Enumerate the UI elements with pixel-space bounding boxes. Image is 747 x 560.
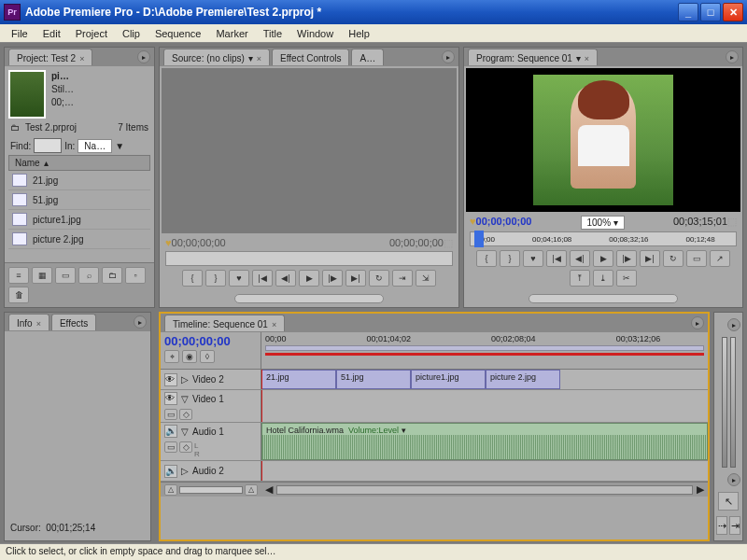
keyframe-button[interactable]: ◇ (179, 409, 192, 420)
automate-button[interactable]: ▭ (55, 267, 76, 284)
set-in-button[interactable]: { (182, 270, 203, 287)
step-back-button[interactable]: ◀| (570, 250, 590, 267)
jog-shuttle[interactable] (234, 294, 384, 303)
source-viewport[interactable] (162, 68, 457, 233)
icon-view-button[interactable]: ▦ (32, 267, 52, 284)
close-icon[interactable]: × (257, 54, 261, 63)
marker-button[interactable]: ♥ (229, 270, 249, 287)
close-icon[interactable]: × (36, 319, 41, 329)
effects-tab[interactable]: Effects (51, 314, 96, 330)
safe-margins-button[interactable]: ▭ (686, 250, 707, 267)
panel-menu-button[interactable]: ▸ (442, 50, 455, 63)
close-icon[interactable]: × (79, 54, 84, 63)
list-item[interactable]: 51.jpg (8, 190, 150, 210)
program-tab[interactable]: Program: Sequence 01 ▾ × (468, 49, 598, 65)
scroll-left-button[interactable]: ◀ (265, 483, 273, 496)
selection-tool[interactable]: ↖ (718, 492, 739, 511)
menu-edit[interactable]: Edit (35, 26, 68, 41)
list-item[interactable]: 21.jpg (8, 171, 150, 190)
step-back-button[interactable]: ◀| (275, 270, 296, 287)
menu-project[interactable]: Project (68, 26, 115, 41)
out-icon[interactable]: ⬚ (727, 216, 737, 230)
set-in-button[interactable]: { (476, 250, 497, 267)
goto-in-button[interactable]: |◀ (546, 250, 567, 267)
track-display-button[interactable]: ▭ (164, 409, 177, 420)
info-tab[interactable]: Info× (8, 314, 49, 330)
menu-clip[interactable]: Clip (115, 26, 148, 41)
goto-out-button[interactable]: ▶| (640, 250, 660, 267)
playhead[interactable] (261, 390, 262, 422)
column-header-name[interactable]: Name▴ (8, 155, 150, 171)
track-label[interactable]: Audio 1 (192, 427, 224, 437)
panel-menu-button[interactable]: ▸ (727, 473, 740, 486)
collapse-icon[interactable]: ▽ (181, 394, 189, 404)
eye-icon[interactable]: 👁 (164, 373, 177, 386)
panel-menu-button[interactable]: ▸ (727, 318, 740, 331)
new-item-button[interactable]: ▫ (125, 267, 146, 284)
timeline-tab[interactable]: Timeline: Sequence 01× (164, 315, 285, 331)
list-item[interactable]: picture 2.jpg (8, 230, 150, 249)
step-fwd-button[interactable]: |▶ (322, 270, 343, 287)
menu-file[interactable]: File (4, 26, 35, 41)
playhead[interactable] (261, 370, 262, 389)
playhead[interactable] (261, 461, 262, 481)
step-fwd-button[interactable]: |▶ (616, 250, 637, 267)
menu-marker[interactable]: Marker (208, 26, 255, 41)
close-icon[interactable]: × (272, 320, 276, 329)
zoom-in-button[interactable]: △ (245, 484, 258, 496)
panel-menu-button[interactable]: ▸ (691, 316, 704, 329)
insert-button[interactable]: ⇥ (392, 270, 413, 287)
jog-shuttle[interactable] (529, 294, 678, 303)
timeline-clip[interactable]: picture1.jpg (411, 370, 486, 389)
panel-menu-button[interactable]: ▸ (137, 50, 150, 63)
timeline-clip[interactable]: 51.jpg (336, 370, 411, 389)
close-icon[interactable]: × (585, 54, 589, 63)
dropdown-arrow-icon[interactable]: ▼ (115, 141, 124, 151)
collapse-icon[interactable]: ▽ (181, 427, 189, 437)
close-button[interactable]: ✕ (723, 3, 743, 21)
eye-icon[interactable]: 👁 (164, 392, 177, 405)
collapse-icon[interactable]: ▷ (181, 374, 189, 385)
track-label[interactable]: Video 2 (192, 374, 224, 385)
zoom-slider[interactable] (179, 486, 243, 494)
minimize-button[interactable]: _ (678, 3, 698, 21)
track-label[interactable]: Video 1 (192, 394, 224, 404)
new-bin-button[interactable]: 🗀 (102, 267, 122, 284)
loop-button[interactable]: ↻ (663, 250, 684, 267)
timeline-clip[interactable]: 21.jpg (261, 370, 336, 389)
program-viewport[interactable] (466, 68, 740, 212)
extract-button[interactable]: ⤓ (593, 270, 613, 287)
source-tab[interactable]: Source: (no clips) ▾ × (163, 49, 270, 65)
menu-sequence[interactable]: Sequence (148, 26, 209, 41)
maximize-button[interactable]: □ (700, 3, 721, 21)
speaker-icon[interactable]: 🔊 (164, 425, 177, 438)
set-out-button[interactable]: } (500, 250, 520, 267)
overwrite-button[interactable]: ⇲ (416, 270, 436, 287)
marker-button[interactable]: ◊ (200, 350, 215, 363)
delete-button[interactable]: 🗑 (8, 287, 29, 303)
panel-menu-button[interactable]: ▸ (134, 315, 147, 329)
timeline-clip[interactable]: picture 2.jpg (486, 370, 560, 389)
speaker-icon[interactable]: 🔊 (164, 465, 177, 478)
menu-help[interactable]: Help (341, 26, 377, 41)
source-timecode-left[interactable]: 00;00;00;00 (172, 237, 226, 249)
snap-button[interactable]: ⌖ (164, 350, 179, 363)
keyframe-button[interactable]: ◇ (179, 441, 192, 453)
list-item[interactable]: picture1.jpg (8, 210, 150, 230)
track-label[interactable]: Audio 2 (192, 466, 224, 476)
audio-mixer-tab[interactable]: A… (351, 49, 384, 65)
track-display-button[interactable]: ▭ (164, 441, 177, 453)
marker-button[interactable]: ♥ (523, 250, 543, 267)
list-view-button[interactable]: ≡ (8, 267, 29, 284)
menu-title[interactable]: Title (256, 26, 289, 41)
collapse-icon[interactable]: ▷ (181, 466, 189, 476)
zoom-dropdown[interactable]: 100% ▾ (581, 216, 625, 230)
work-area-bar[interactable] (265, 345, 704, 351)
goto-in-button[interactable]: |◀ (252, 270, 273, 287)
trim-button[interactable]: ✂ (616, 270, 637, 287)
razor-sync-button[interactable]: ◉ (182, 350, 197, 363)
effect-controls-tab[interactable]: Effect Controls (272, 49, 349, 65)
timeline-scrollbar[interactable] (276, 485, 693, 495)
panel-menu-button[interactable]: ▸ (726, 50, 739, 63)
track-select-tool[interactable]: ⇢ (716, 516, 727, 535)
